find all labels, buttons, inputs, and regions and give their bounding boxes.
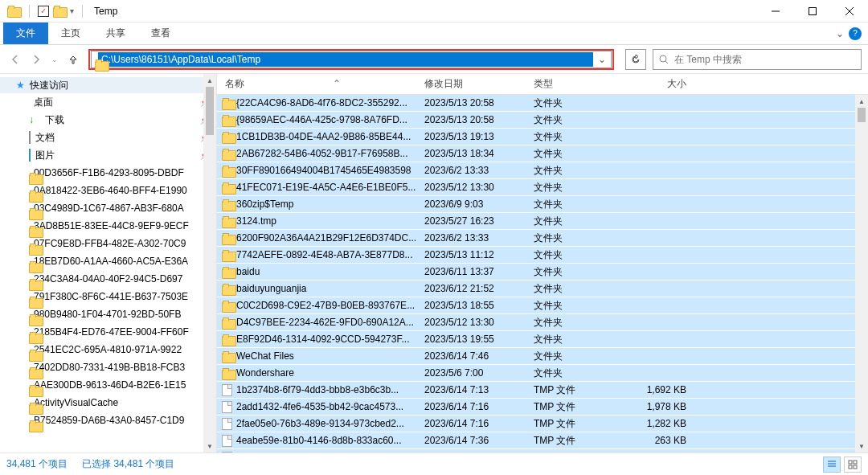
file-row[interactable]: C0C2D698-C9E2-47B9-B0EB-893767E...2023/5… <box>217 297 868 314</box>
folder-icon <box>222 132 235 142</box>
status-bar: 34,481 个项目 已选择 34,481 个项目 <box>0 452 868 475</box>
file-name: 2add1432-4fe6-4535-bb42-9cac4573... <box>236 401 424 412</box>
file-row[interactable]: baidu2023/6/11 13:37文件夹 <box>217 264 868 280</box>
address-dropdown-icon[interactable]: ⌄ <box>593 54 611 65</box>
file-type: 文件夹 <box>534 96 628 110</box>
search-input[interactable] <box>674 54 856 65</box>
window-controls <box>757 0 868 23</box>
sidebar-item-desktop[interactable]: 桌面 📌 <box>0 93 216 111</box>
file-row[interactable]: Wondershare2023/5/6 7:00文件夹 <box>217 365 868 382</box>
file-list: {22CA4C96-8AD6-4f76-8DC2-355292...2023/5… <box>217 95 868 452</box>
tab-share[interactable]: 共享 <box>93 23 138 44</box>
file-icon <box>222 384 232 396</box>
forward-button[interactable] <box>31 54 42 65</box>
file-size: 1,692 KB <box>628 384 693 395</box>
view-icons-button[interactable] <box>844 457 862 473</box>
content-scrollbar[interactable]: ▲ ▼ <box>855 95 868 452</box>
back-button[interactable] <box>10 54 21 65</box>
sidebar-item-folder[interactable]: 00D3656F-F1B6-4293-8095-DBDF <box>0 164 216 182</box>
ribbon-expand-icon[interactable]: ⌄ <box>836 28 844 39</box>
file-date: 2023/6/14 7:46 <box>424 350 534 362</box>
file-row[interactable]: 6200F902A36A4A21B29F12E6D374DC...2023/6/… <box>217 230 868 247</box>
folder-icon <box>222 216 235 227</box>
folder-icon <box>222 166 235 176</box>
tab-home[interactable]: 主页 <box>48 23 93 44</box>
minimize-button[interactable] <box>757 0 794 23</box>
close-button[interactable] <box>831 0 868 23</box>
file-row[interactable]: baiduyunguanjia2023/6/12 21:52文件夹 <box>217 280 868 297</box>
sidebar-item-downloads[interactable]: ↓ 下载 📌 <box>0 111 216 129</box>
file-name: 30FF890166494004B1745465E4983598 <box>236 165 424 176</box>
file-type: 文件夹 <box>534 181 628 195</box>
file-size: 18 KB <box>628 452 693 452</box>
sidebar-item-label: 234C3A84-04A0-40F2-94C5-D697 <box>34 273 210 285</box>
file-row[interactable]: 5c60a397-f33e-4478-b561-15b827db...2023/… <box>217 449 868 452</box>
scroll-up-icon[interactable]: ▲ <box>855 95 868 108</box>
file-name: D4C97BEE-2234-462E-9FD0-690A12A... <box>236 317 424 328</box>
folder-icon <box>222 98 235 109</box>
file-row[interactable]: 1CB1DB3B-04DE-4AA2-9B86-85BE44...2023/5/… <box>217 129 868 145</box>
file-row[interactable]: 7742AEFE-0892-4E48-AB7A-3E877D8...2023/5… <box>217 247 868 264</box>
file-row[interactable]: 360zip$Temp2023/6/9 9:03文件夹 <box>217 196 868 213</box>
address-bar[interactable]: C:\Users\86151\AppData\Local\Temp ⌄ <box>91 51 612 68</box>
file-row[interactable]: 1b2374b8-6f79-4dd3-bbb8-e3b6c3b...2023/6… <box>217 382 868 399</box>
file-icon <box>222 452 232 453</box>
view-details-button[interactable] <box>823 457 841 473</box>
recent-dropdown[interactable]: ⌄ <box>51 54 58 65</box>
file-row[interactable]: {98659AEC-446A-425c-9798-8A76FD...2023/5… <box>217 112 868 129</box>
file-row[interactable]: D4C97BEE-2234-462E-9FD0-690A12A...2023/5… <box>217 314 868 331</box>
tab-view[interactable]: 查看 <box>138 23 183 44</box>
file-row[interactable]: 2AB67282-54B6-4052-9B17-F76958B...2023/5… <box>217 145 868 162</box>
column-name[interactable]: 名称⌃ <box>222 77 424 91</box>
scrollbar-thumb[interactable] <box>206 87 214 135</box>
folder-icon <box>222 351 235 362</box>
address-bar-highlight: C:\Users\86151\AppData\Local\Temp ⌄ <box>88 49 614 70</box>
file-name: 1b2374b8-6f79-4dd3-bbb8-e3b6c3b... <box>236 384 424 395</box>
svg-rect-9 <box>849 461 852 464</box>
search-box[interactable] <box>653 49 862 70</box>
file-row[interactable]: 4eabe59e-81b0-4146-8d8b-833ac60...2023/6… <box>217 432 868 449</box>
file-row[interactable]: {22CA4C96-8AD6-4f76-8DC2-355292...2023/5… <box>217 95 868 112</box>
file-name: {22CA4C96-8AD6-4f76-8DC2-355292... <box>236 97 424 109</box>
file-date: 2023/5/13 19:13 <box>424 131 534 142</box>
maximize-button[interactable] <box>794 0 831 23</box>
scroll-down-icon[interactable]: ▼ <box>855 440 868 452</box>
scroll-down-icon[interactable]: ▼ <box>203 440 216 452</box>
sidebar-item-pictures[interactable]: 图片 📌 <box>0 146 216 164</box>
svg-rect-12 <box>854 465 857 469</box>
file-name: 5c60a397-f33e-4478-b561-15b827db... <box>236 452 424 452</box>
status-selected-count: 已选择 34,481 个项目 <box>82 457 174 471</box>
scrollbar-thumb[interactable] <box>858 108 866 122</box>
refresh-button[interactable] <box>625 49 646 70</box>
qat-properties-icon[interactable]: ✓ <box>38 6 49 17</box>
quick-access-header[interactable]: ★ 快速访问 <box>0 77 216 93</box>
column-type[interactable]: 类型 <box>534 77 628 91</box>
help-button[interactable]: ? <box>849 27 862 40</box>
column-size[interactable]: 大小 <box>628 77 693 91</box>
file-type: 文件夹 <box>534 299 628 313</box>
file-row[interactable]: 30FF890166494004B1745465E49835982023/6/2… <box>217 162 868 179</box>
file-row[interactable]: E8F92D46-1314-4092-9CCD-594273F...2023/5… <box>217 331 868 348</box>
up-button[interactable] <box>68 54 79 65</box>
file-type: 文件夹 <box>534 147 628 161</box>
file-row[interactable]: 41FEC071-E19E-4A5C-A4E6-E1BE0F5...2023/5… <box>217 179 868 196</box>
file-type: TMP 文件 <box>534 383 628 397</box>
scroll-up-icon[interactable]: ▲ <box>203 74 216 87</box>
file-row[interactable]: 3124.tmp2023/5/27 16:23文件夹 <box>217 213 868 230</box>
sidebar-item-label: 03C4989D-1C67-4867-AB3F-680A <box>34 203 210 214</box>
file-date: 2023/5/6 7:00 <box>424 367 534 379</box>
file-row[interactable]: 2fae05e0-76b3-489e-9134-973cbed2...2023/… <box>217 416 868 432</box>
file-name: 2fae05e0-76b3-489e-9134-973cbed2... <box>236 418 424 429</box>
picture-icon <box>29 149 31 161</box>
address-text[interactable]: C:\Users\86151\AppData\Local\Temp <box>98 52 593 67</box>
tab-file[interactable]: 文件 <box>3 23 48 44</box>
file-date: 2023/5/13 18:55 <box>424 300 534 311</box>
column-date[interactable]: 修改日期 <box>424 77 534 91</box>
sidebar-scrollbar[interactable]: ▲ ▼ <box>203 74 216 452</box>
qat-dropdown-icon[interactable]: ▾ <box>70 6 74 15</box>
sidebar-item-label: 791F380C-8F6C-441E-B637-7503E <box>34 291 210 302</box>
file-date: 2023/6/12 21:52 <box>424 283 534 294</box>
file-row[interactable]: 2add1432-4fe6-4535-bb42-9cac4573...2023/… <box>217 399 868 416</box>
sidebar-item-documents[interactable]: 文档 📌 <box>0 129 216 146</box>
file-row[interactable]: WeChat Files2023/6/14 7:46文件夹 <box>217 348 868 365</box>
